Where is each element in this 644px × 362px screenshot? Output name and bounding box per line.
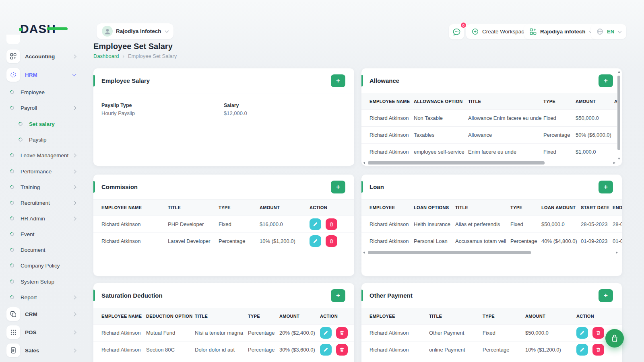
- sidebar-item-sales[interactable]: Sales: [6, 343, 80, 358]
- sidebar-item-event[interactable]: Event: [6, 227, 80, 241]
- sidebar-item-report[interactable]: Report: [6, 290, 80, 304]
- cell-amount: 10% ($1,200.0): [525, 341, 576, 358]
- scroll-left-arrow[interactable]: [363, 251, 365, 254]
- breadcrumb: Dashboard Employee Set Salary: [93, 53, 177, 59]
- chevron-right-icon: [72, 330, 76, 334]
- card-title: Commission: [101, 183, 138, 190]
- messages-button[interactable]: 0: [449, 24, 464, 39]
- language-selector[interactable]: EN: [591, 24, 626, 39]
- deduction-table: EMPLOYEE NAME DEDUCTION OPTION TITLE TYP…: [93, 308, 354, 358]
- column-header: DEDUCTION OPTION: [146, 308, 195, 324]
- delete-button[interactable]: [326, 218, 337, 230]
- bullet-icon: [9, 263, 15, 268]
- horizontal-scrollbar[interactable]: [363, 251, 618, 255]
- workspace-selector[interactable]: Rajodiya infotech: [97, 23, 173, 39]
- table-header-row: EMPLOYEE LOAN OPTIONS TITLE TYPE LOAN AM…: [361, 200, 622, 216]
- sidebar-item-payroll[interactable]: Payroll: [6, 101, 80, 115]
- scroll-up-arrow[interactable]: [618, 71, 620, 73]
- sidebar-item-performance[interactable]: Performance: [6, 164, 80, 179]
- delete-button[interactable]: [592, 327, 604, 339]
- add-other-payment-button[interactable]: +: [599, 289, 613, 302]
- delete-button[interactable]: [326, 235, 337, 247]
- add-loan-button[interactable]: +: [599, 181, 613, 193]
- edit-button[interactable]: [310, 218, 321, 230]
- sidebar-item-company-policy[interactable]: Company Policy: [6, 258, 80, 273]
- sidebar-item-set-salary[interactable]: Set salary: [6, 117, 80, 131]
- sidebar-item-accounting[interactable]: Accounting: [6, 49, 80, 64]
- sidebar-item-label: Set salary: [29, 121, 55, 127]
- cell-employee-name: Richard Atkinson: [93, 341, 146, 358]
- language-selector-label: EN: [607, 29, 614, 35]
- sidebar-item-training[interactable]: Training: [6, 180, 80, 194]
- salary-field: Salary $12,000.0: [224, 103, 247, 116]
- sidebar-item-label: Accounting: [25, 53, 55, 60]
- sidebar-item-system-setup[interactable]: System Setup: [6, 274, 80, 289]
- bullet-icon: [18, 121, 23, 127]
- logo-dot-accent: [19, 28, 22, 31]
- commission-table: EMPLOYEE NAME TITLE TYPE AMOUNT ACTION R…: [93, 200, 354, 249]
- sidebar-item-document[interactable]: Document: [6, 243, 80, 257]
- other-payment-card: Other Payment + EMPLOYEE TITLE TYPE AMOU…: [361, 283, 622, 362]
- sidebar-item-crm[interactable]: CRM: [6, 307, 80, 321]
- add-salary-button[interactable]: +: [331, 74, 345, 87]
- create-workspace-button[interactable]: Create Workspace: [466, 24, 533, 39]
- cell-type: Percentage: [483, 341, 525, 358]
- cell-title: Dolor dolor id aut: [195, 341, 248, 358]
- sidebar-item-label: Sales: [25, 348, 39, 354]
- cell-loan-option: Helth Insurance: [414, 216, 455, 232]
- cell-loan-amount: $50,000.0: [541, 216, 581, 232]
- card-title: Allowance: [369, 77, 399, 84]
- app-logo[interactable]: DASH: [20, 22, 68, 37]
- cell-amount: 20% ($2,400.0): [279, 324, 320, 341]
- cell-title: Laravel Developer: [168, 232, 219, 249]
- cell-amount: 50% ($6,000.0): [576, 126, 614, 143]
- scrollbar-thumb[interactable]: [368, 161, 545, 165]
- page-title: Employee Set Salary: [93, 42, 173, 51]
- crm-copy-icon: [6, 307, 20, 321]
- delete-button[interactable]: [336, 344, 348, 356]
- pencil-icon: [313, 222, 318, 227]
- cell-employee-name: Richard Atkinson: [361, 126, 414, 143]
- pencil-icon: [323, 347, 328, 352]
- chevron-down-icon: [618, 29, 622, 33]
- column-header: TYPE: [219, 200, 260, 216]
- sidebar-item-payslip[interactable]: Payslip: [6, 132, 80, 147]
- add-allowance-button[interactable]: +: [599, 74, 613, 87]
- delete-button[interactable]: [592, 344, 604, 356]
- company-selector[interactable]: Rajodiya infotech: [524, 24, 598, 39]
- sidebar-item-pos[interactable]: POS: [6, 325, 80, 339]
- edit-button[interactable]: [310, 235, 321, 247]
- cell-type: Percentage: [543, 126, 576, 143]
- scroll-down-arrow[interactable]: [618, 158, 620, 160]
- edit-button[interactable]: [320, 327, 332, 339]
- edit-button[interactable]: [576, 344, 588, 356]
- sidebar-item-recruitment[interactable]: Recruitment: [6, 195, 80, 210]
- delete-button[interactable]: [336, 327, 348, 339]
- add-deduction-button[interactable]: +: [331, 289, 345, 302]
- sidebar-item-label: CRM: [25, 311, 37, 317]
- column-header: START DATE: [581, 200, 613, 216]
- employee-salary-card: Employee Salary + Payslip Type Hourly Pa…: [93, 68, 354, 166]
- cell-type: Percentage: [248, 341, 279, 358]
- edit-button[interactable]: [576, 327, 588, 339]
- breadcrumb-dashboard-link[interactable]: Dashboard: [93, 53, 119, 59]
- table-row: Richard Atkinson PHP Developer Fixed $16…: [93, 216, 354, 232]
- bullet-icon: [9, 89, 15, 95]
- shop-fab-button[interactable]: [605, 329, 624, 348]
- edit-button[interactable]: [320, 344, 332, 356]
- sidebar-item-hr-admin[interactable]: HR Admin: [6, 211, 80, 226]
- vertical-scrollbar[interactable]: [617, 70, 621, 160]
- create-workspace-label: Create Workspace: [482, 29, 527, 35]
- sidebar-item-hrm[interactable]: HRM: [6, 68, 80, 82]
- sidebar-item-employee[interactable]: Employee: [6, 85, 80, 99]
- cell-type: Fixed: [510, 216, 541, 232]
- scroll-right-arrow[interactable]: [616, 251, 618, 254]
- accounting-grid-icon: [6, 49, 20, 63]
- sidebar-item-leave-management[interactable]: Leave Management: [6, 148, 80, 162]
- scroll-right-arrow[interactable]: [613, 162, 615, 164]
- scroll-left-arrow[interactable]: [363, 162, 365, 164]
- scrollbar-thumb[interactable]: [368, 251, 531, 254]
- scrollbar-thumb[interactable]: [617, 76, 620, 150]
- horizontal-scrollbar[interactable]: [363, 161, 615, 165]
- add-commission-button[interactable]: +: [331, 181, 345, 193]
